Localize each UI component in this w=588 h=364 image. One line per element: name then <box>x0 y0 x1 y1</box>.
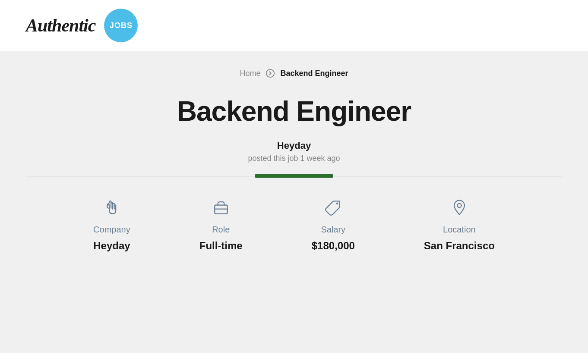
job-title: Backend Engineer <box>0 95 588 127</box>
divider-section <box>26 176 562 176</box>
job-title-section: Backend Engineer <box>0 87 588 132</box>
breadcrumb: Home Backend Engineer <box>0 51 588 87</box>
svg-point-0 <box>266 69 274 77</box>
company-value: Heyday <box>93 240 130 252</box>
breadcrumb-current-page: Backend Engineer <box>280 69 348 78</box>
role-value: Full-time <box>199 240 243 252</box>
role-label: Role <box>212 225 230 235</box>
breadcrumb-separator-icon <box>266 69 275 78</box>
salary-label: Salary <box>321 225 345 235</box>
tag-icon <box>324 198 343 220</box>
company-section: Heyday posted this job 1 week ago <box>0 132 588 176</box>
salary-value: $180,000 <box>312 240 355 252</box>
posted-time: posted this job 1 week ago <box>0 154 588 163</box>
main-content: Home Backend Engineer Backend Engineer H… <box>0 51 588 353</box>
company-label: Company <box>93 225 130 235</box>
briefcase-icon <box>212 198 231 220</box>
location-value: San Francisco <box>424 240 495 252</box>
svg-point-4 <box>457 204 461 207</box>
divider-accent <box>255 174 333 178</box>
breadcrumb-home-link[interactable]: Home <box>240 69 260 78</box>
site-header: Authentic JOBS <box>0 0 588 51</box>
company-name: Heyday <box>0 140 588 151</box>
location-label: Location <box>443 225 476 235</box>
info-card-location: Location San Francisco <box>389 198 529 252</box>
wave-icon <box>102 198 121 220</box>
info-card-salary: Salary $180,000 <box>277 198 389 252</box>
info-card-role: Role Full-time <box>165 198 277 252</box>
info-cards: Company Heyday Role Full-time <box>0 176 588 273</box>
logo-jobs-badge[interactable]: JOBS <box>104 9 138 42</box>
logo-authentic[interactable]: Authentic <box>26 16 95 35</box>
svg-point-3 <box>336 203 338 205</box>
location-icon <box>450 198 469 220</box>
info-card-company: Company Heyday <box>59 198 165 252</box>
